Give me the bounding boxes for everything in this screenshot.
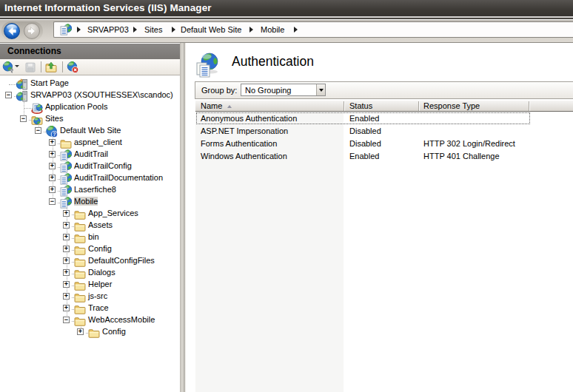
- svg-text:?: ?: [53, 132, 56, 137]
